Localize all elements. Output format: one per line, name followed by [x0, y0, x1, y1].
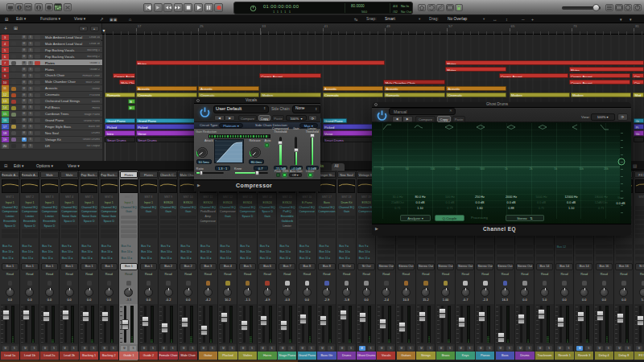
svg-text:i: i — [19, 5, 19, 10]
